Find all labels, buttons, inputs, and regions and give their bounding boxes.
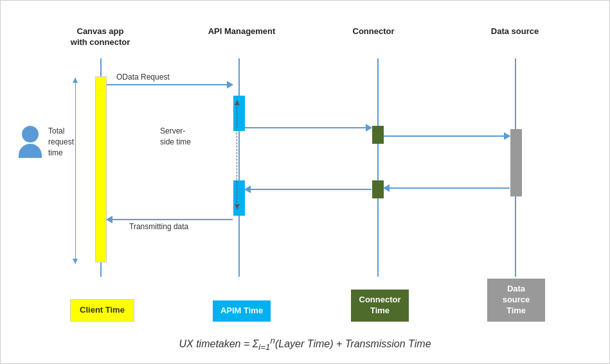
activation-apim-bottom [233,180,245,216]
lifeline-apim [238,58,240,277]
time-box-datasource: Data sourceTime [487,279,545,322]
arrow-connector-to-datasource [384,135,510,137]
label-server-side-time: Server-side time [160,126,191,148]
label-odata-request: OData Request [116,73,170,82]
activation-connector-bottom [372,180,384,198]
col-data-source: Data source [486,26,544,37]
activation-datasource [510,129,522,196]
time-box-connector: ConnectorTime [351,290,409,322]
col-connector: Connector [348,26,399,37]
label-transmitting-data: Transmitting data [129,222,188,231]
diagram-container: Canvas appwith connector API Management … [0,0,610,364]
server-side-time-line [237,100,237,209]
arrow-connector-to-apim [245,189,372,190]
label-total-request-time: Totalrequesttime [48,126,74,158]
col-api-mgmt: API Management [206,26,277,37]
arrow-datasource-to-connector [384,187,510,189]
arrow-odata-request [107,84,233,85]
formula: UX timetaken = Σi=1n(Layer Time) + Trans… [179,335,431,352]
activation-connector-top [372,126,384,144]
activation-canvas [95,76,107,263]
arrow-transmitting-data [107,219,233,220]
time-box-client: Client Time [70,299,134,322]
lifeline-connector [377,58,379,277]
arrow-apim-to-connector [245,127,372,128]
user-icon [19,126,42,158]
col-canvas-app: Canvas appwith connector [68,26,132,48]
time-box-apim: APIM Time [213,300,271,322]
total-request-time-line [75,78,76,264]
